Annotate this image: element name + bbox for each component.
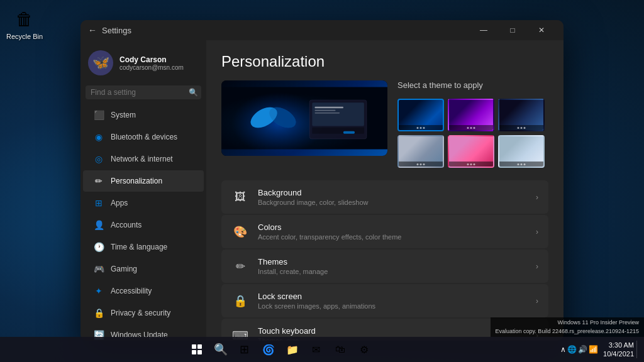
theme-section-label: Select a theme to apply [397, 80, 548, 90]
svg-rect-11 [315, 112, 340, 114]
sidebar-item-accessibility[interactable]: ✦Accessibility [83, 280, 204, 302]
sidebar-icon-gaming: 🎮 [93, 263, 104, 275]
theme-thumbnails [397, 99, 548, 168]
taskbar-edge-icon[interactable]: 🌀 [257, 338, 280, 361]
search-box[interactable]: 🔍 [86, 85, 201, 99]
svg-rect-13 [192, 344, 196, 349]
title-bar-controls: — □ ✕ [469, 20, 556, 40]
settings-item-icon-colors: 🎨 [231, 223, 249, 241]
theme-preview-img [221, 80, 387, 156]
settings-content: 🦋 Cody Carson codycarson@msn.com 🔍 ⬛Syst… [80, 40, 564, 341]
settings-item-title-themes: Themes [258, 257, 527, 266]
settings-item-subtitle-lockscreen: Lock screen images, apps, animations [258, 302, 527, 310]
sidebar-item-accounts[interactable]: 👤Accounts [83, 214, 204, 236]
maximize-button[interactable]: □ [498, 20, 527, 40]
sidebar-nav: ⬛System◉Bluetooth & devices◎Network & in… [80, 104, 206, 341]
taskbar-clock[interactable]: 3:30 AM 10/4/2021 [603, 341, 634, 359]
sidebar-icon-privacy: 🔒 [93, 307, 104, 319]
sidebar-label-apps: Apps [111, 199, 128, 207]
sidebar-item-personalization[interactable]: ✏Personalization [83, 170, 204, 192]
close-button[interactable]: ✕ [527, 20, 556, 40]
sidebar-icon-accounts: 👤 [93, 219, 104, 231]
sidebar-item-time[interactable]: 🕐Time & language [83, 236, 204, 258]
settings-item-lockscreen[interactable]: 🔒Lock screenLock screen images, apps, an… [221, 284, 548, 317]
settings-window: ← Settings — □ ✕ 🦋 Cody Carson codycar [80, 20, 564, 341]
taskbar-show-desktop[interactable] [636, 341, 639, 358]
sidebar-icon-personalization: ✏ [93, 175, 104, 187]
sidebar-item-system[interactable]: ⬛System [83, 104, 204, 126]
settings-item-icon-background: 🖼 [231, 189, 249, 206]
main-content: Personalization [206, 40, 564, 341]
taskbar-mail-icon[interactable]: ✉ [305, 338, 328, 361]
settings-item-subtitle-colors: Accent color, transparency effects, colo… [258, 233, 527, 241]
chevron-up-icon[interactable]: ∧ [560, 345, 566, 354]
sidebar-item-privacy[interactable]: 🔒Privacy & security [83, 302, 204, 324]
svg-rect-7 [312, 102, 364, 126]
taskbar-network-icon[interactable]: 📶 [589, 345, 598, 354]
sidebar-icon-bluetooth: ◉ [93, 131, 104, 143]
settings-item-colors[interactable]: 🎨ColorsAccent color, transparency effect… [221, 215, 548, 248]
task-view-button[interactable]: ⊞ [233, 338, 256, 361]
theme-thumb-5[interactable] [448, 135, 494, 168]
taskbar-lang-icon: 🌐 [567, 345, 577, 354]
sidebar-profile[interactable]: 🦋 Cody Carson codycarson@msn.com [80, 45, 206, 85]
search-icon: 🔍 [189, 88, 198, 97]
theme-thumb-1[interactable] [397, 99, 444, 131]
sidebar-label-time: Time & language [111, 243, 167, 251]
minimize-button[interactable]: — [469, 20, 498, 40]
sidebar-label-bluetooth: Bluetooth & devices [111, 133, 177, 141]
window-title: Settings [102, 26, 469, 35]
sidebar-label-gaming: Gaming [111, 265, 137, 273]
sidebar-item-apps[interactable]: ⊞Apps [83, 192, 204, 214]
profile-email: codycarson@msn.com [119, 64, 184, 71]
avatar: 🦋 [88, 50, 113, 75]
taskbar-left: 🔍 ⊞ 🌀 📁 ✉ 🛍 ⚙ [0, 338, 560, 361]
settings-item-arrow-colors: › [536, 228, 538, 236]
profile-info: Cody Carson codycarson@msn.com [119, 55, 184, 71]
title-bar: ← Settings — □ ✕ [80, 20, 564, 40]
settings-item-background[interactable]: 🖼BackgroundBackground image, color, slid… [221, 180, 548, 214]
settings-item-icon-themes: ✏ [231, 258, 249, 275]
back-button[interactable]: ← [88, 25, 97, 35]
sidebar-icon-accessibility: ✦ [93, 285, 104, 297]
sidebar-item-gaming[interactable]: 🎮Gaming [83, 258, 204, 280]
settings-item-arrow-themes: › [536, 262, 538, 271]
taskbar-folder-icon[interactable]: 📁 [281, 338, 304, 361]
sidebar-item-network[interactable]: ◎Network & internet [83, 148, 204, 170]
svg-rect-15 [192, 350, 196, 354]
settings-item-title-lockscreen: Lock screen [258, 292, 527, 301]
page-title: Personalization [221, 53, 548, 70]
search-input[interactable] [91, 88, 185, 97]
settings-item-title-touchkeyboard: Touch keyboard [258, 326, 527, 336]
taskbar-store-icon[interactable]: 🛍 [329, 338, 352, 361]
theme-thumb-6[interactable] [498, 135, 545, 168]
sidebar-item-bluetooth[interactable]: ◉Bluetooth & devices [83, 126, 204, 148]
taskbar-volume-icon[interactable]: 🔊 [578, 345, 587, 354]
taskbar-right: ∧ 🌐 🔊 📶 3:30 AM 10/4/2021 [560, 341, 644, 359]
sidebar-icon-system: ⬛ [93, 109, 104, 121]
sidebar-label-accessibility: Accessibility [111, 287, 152, 295]
taskbar-sys-icons: ∧ 🌐 🔊 📶 [560, 345, 598, 354]
recycle-bin[interactable]: 🗑 Recycle Bin [6, 6, 43, 40]
eval-notice: Windows 11 Pro Insider Preview Evaluatio… [491, 317, 645, 337]
svg-rect-16 [197, 350, 202, 354]
taskbar: 🔍 ⊞ 🌀 📁 ✉ 🛍 ⚙ ∧ 🌐 🔊 📶 3:30 AM 10/4/2021 [0, 337, 644, 362]
theme-section: Select a theme to apply [221, 80, 548, 168]
sidebar-label-accounts: Accounts [111, 221, 142, 229]
sidebar: 🦋 Cody Carson codycarson@msn.com 🔍 ⬛Syst… [80, 40, 206, 341]
taskbar-settings-icon[interactable]: ⚙ [353, 338, 375, 361]
taskbar-search-button[interactable]: 🔍 [209, 338, 232, 361]
sidebar-icon-network: ◎ [93, 153, 104, 165]
settings-item-arrow-lockscreen: › [536, 297, 538, 305]
theme-thumb-4[interactable] [397, 135, 444, 168]
settings-item-text-lockscreen: Lock screenLock screen images, apps, ani… [258, 292, 527, 310]
settings-item-themes[interactable]: ✏ThemesInstall, create, manage› [221, 250, 548, 283]
start-button[interactable] [186, 338, 208, 361]
settings-item-subtitle-themes: Install, create, manage [258, 268, 527, 275]
theme-thumb-2[interactable] [448, 99, 494, 131]
settings-item-arrow-background: › [536, 193, 538, 202]
sidebar-icon-time: 🕐 [93, 241, 104, 253]
theme-thumb-3[interactable] [498, 99, 545, 131]
svg-rect-14 [197, 344, 202, 349]
desktop: 🗑 Recycle Bin ← Settings — □ ✕ 🦋 [0, 0, 644, 362]
